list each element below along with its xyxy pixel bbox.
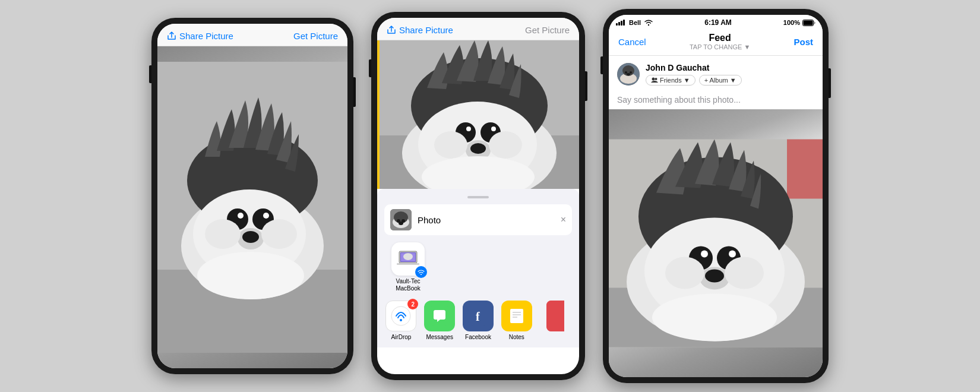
svg-rect-48 (510, 309, 523, 323)
svg-point-39 (403, 253, 413, 260)
svg-point-28 (489, 131, 522, 159)
app-item-messages[interactable]: Messages (423, 301, 457, 340)
svg-point-41 (421, 274, 422, 275)
messages-label: Messages (426, 334, 453, 340)
app-item-airdrop[interactable]: 2 AirDrop (384, 301, 418, 340)
phone1-share-button[interactable]: Share Picture (167, 31, 233, 41)
svg-point-63 (655, 78, 657, 80)
photo-tag-label: Photo (418, 215, 441, 225)
messages-icon (424, 301, 455, 331)
svg-point-12 (205, 219, 241, 249)
svg-point-27 (434, 131, 467, 159)
svg-point-53 (648, 24, 649, 26)
phone2-share-button[interactable]: Share Picture (387, 25, 453, 35)
battery-icon (802, 20, 815, 26)
svg-point-7 (238, 213, 244, 219)
svg-point-78 (725, 257, 764, 289)
app-item-more[interactable] (538, 301, 572, 340)
app-item-notes[interactable]: Notes (500, 301, 533, 340)
svg-point-60 (630, 71, 632, 74)
phone2-navbar: Share Picture Get Picture (377, 18, 579, 40)
battery-label: 100% (783, 19, 800, 26)
svg-point-23 (491, 127, 496, 131)
notes-label: Notes (509, 334, 524, 340)
phone2-get-picture[interactable]: Get Picture (525, 25, 570, 35)
carrier-label: Bell (629, 19, 641, 26)
svg-point-61 (627, 73, 630, 75)
facebook-label: Facebook (465, 334, 491, 340)
time-label: 6:19 AM (704, 18, 732, 27)
phone1-photo (157, 46, 347, 368)
airdrop-device[interactable]: Vault-TecMacBook (384, 242, 432, 292)
phone-2: Share Picture Get Picture (371, 12, 585, 380)
svg-point-72 (701, 251, 708, 258)
airdrop-label: AirDrop (391, 334, 411, 340)
svg-point-22 (466, 127, 471, 131)
svg-text:f: f (476, 310, 480, 323)
notes-icon (501, 301, 532, 331)
wifi-icon (644, 19, 653, 26)
phone1-navbar: Share Picture Get Picture (157, 24, 347, 46)
airdrop-device-icon (391, 242, 425, 276)
fb-cancel-button[interactable]: Cancel (618, 37, 646, 47)
fb-subtitle: TAP TO CHANGE ▼ (690, 43, 750, 50)
photo-tag-close[interactable]: × (561, 214, 566, 225)
svg-point-59 (625, 71, 627, 74)
fb-status-bar: Bell 6:19 AM 100% (609, 15, 823, 28)
svg-point-77 (665, 257, 704, 289)
svg-point-62 (652, 78, 655, 81)
svg-point-73 (729, 251, 736, 258)
svg-point-26 (470, 143, 486, 154)
fb-avatar (617, 63, 640, 86)
svg-point-11 (242, 231, 259, 243)
phone1-get-picture[interactable]: Get Picture (293, 31, 338, 41)
airdrop-badge: 2 (407, 299, 418, 309)
svg-point-42 (391, 306, 410, 325)
photo-tag-thumb (390, 209, 412, 230)
fb-status-left: Bell (616, 19, 653, 26)
fb-album-button[interactable]: + Album ▼ (699, 75, 742, 86)
svg-point-14 (197, 252, 304, 299)
fb-nav-bar: Cancel Feed TAP TO CHANGE ▼ Post (609, 28, 823, 56)
svg-rect-40 (397, 263, 419, 265)
svg-point-43 (400, 319, 402, 321)
svg-point-79 (652, 294, 777, 342)
airdrop-icon: 2 (385, 301, 416, 331)
fb-friends-button[interactable]: Friends ▼ (646, 75, 696, 86)
app-item-facebook[interactable]: f Facebook (461, 301, 495, 340)
fb-user-name: John D Gauchat (646, 63, 742, 72)
friends-icon (651, 77, 658, 83)
svg-point-13 (261, 219, 297, 249)
fb-caption[interactable]: Say something about this photo... (609, 90, 823, 109)
sheet-handle (467, 196, 489, 198)
photo-tag-row: Photo × (384, 204, 572, 235)
svg-rect-55 (804, 20, 813, 25)
phone-1: Share Picture Get Picture (151, 18, 353, 374)
more-icon (546, 301, 564, 331)
svg-rect-65 (787, 140, 823, 199)
airdrop-device-label: Vault-TecMacBook (396, 278, 421, 292)
fb-user-row: John D Gauchat Friends ▼ + Album ▼ (609, 56, 823, 90)
fb-title: Feed (690, 33, 750, 43)
svg-rect-52 (546, 301, 564, 331)
svg-point-76 (705, 270, 724, 283)
fb-user-info: John D Gauchat Friends ▼ + Album ▼ (646, 63, 742, 86)
fb-photo-area (609, 109, 823, 377)
airdrop-section: Vault-TecMacBook (377, 235, 579, 296)
fb-post-button[interactable]: Post (794, 37, 813, 47)
fb-status-right: 100% (783, 19, 815, 26)
fb-title-wrap[interactable]: Feed TAP TO CHANGE ▼ (690, 33, 750, 50)
phone2-photo (377, 40, 579, 189)
fb-user-controls: Friends ▼ + Album ▼ (646, 75, 742, 86)
svg-point-35 (399, 222, 403, 225)
svg-point-8 (263, 213, 269, 219)
facebook-icon: f (463, 301, 494, 331)
airdrop-wifi-badge (415, 266, 427, 278)
phone-3: Bell 6:19 AM 100% Cance (603, 9, 829, 383)
signal-icon (616, 20, 625, 26)
share-sheet: Photo × (377, 189, 579, 347)
apps-row: 2 AirDrop Messages (377, 296, 579, 347)
